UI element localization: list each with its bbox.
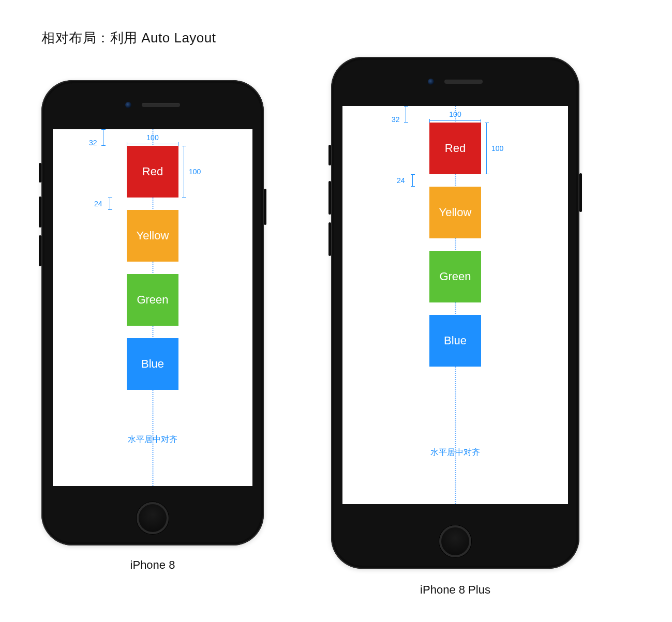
anno-top-margin: 32 xyxy=(392,115,400,124)
bracket-width xyxy=(429,120,481,121)
bracket-width xyxy=(127,144,178,144)
volume-down-button xyxy=(328,222,331,256)
block-green-label: Green xyxy=(439,270,471,283)
volume-down-button xyxy=(39,235,41,266)
anno-gap: 24 xyxy=(397,176,405,185)
bracket-gap xyxy=(110,198,110,210)
center-align-label: 水平居中对齐 xyxy=(128,434,177,445)
anno-gap: 24 xyxy=(94,200,102,208)
earpiece-speaker xyxy=(444,80,483,84)
bracket-height xyxy=(184,146,184,198)
block-blue: Blue xyxy=(429,315,481,367)
block-red-label: Red xyxy=(445,142,466,155)
block-red: Red xyxy=(127,146,178,198)
device-iphone8: 32 100 Red Yellow Green Blue 100 24 水平居中… xyxy=(41,80,264,545)
page-title: 相对布局：利用 Auto Layout xyxy=(41,29,216,47)
screen-iphone8plus: 32 100 Red Yellow Green Blue 100 24 水平居中… xyxy=(342,106,568,504)
home-button[interactable] xyxy=(137,502,169,534)
front-camera-icon xyxy=(428,79,434,85)
block-yellow: Yellow xyxy=(127,210,178,262)
anno-width: 100 xyxy=(146,133,158,142)
home-button[interactable] xyxy=(439,525,471,557)
volume-up-button xyxy=(328,181,331,215)
block-green: Green xyxy=(429,251,481,302)
bracket-gap xyxy=(412,174,413,187)
block-yellow-label: Yellow xyxy=(137,229,169,242)
power-button xyxy=(264,189,266,225)
mute-switch xyxy=(328,145,331,165)
volume-up-button xyxy=(39,196,41,227)
block-red: Red xyxy=(429,123,481,174)
block-red-label: Red xyxy=(142,165,163,178)
anno-width: 100 xyxy=(449,110,461,118)
device-iphone8plus: 32 100 Red Yellow Green Blue 100 24 水平居中… xyxy=(331,57,579,569)
block-green: Green xyxy=(127,274,178,326)
bracket-height xyxy=(486,123,487,174)
block-blue: Blue xyxy=(127,338,178,390)
block-blue-label: Blue xyxy=(444,334,467,347)
earpiece-speaker xyxy=(142,103,180,107)
block-yellow-label: Yellow xyxy=(439,206,472,219)
block-green-label: Green xyxy=(137,293,168,307)
anno-top-margin: 32 xyxy=(89,139,97,147)
device-label-iphone8plus: iPhone 8 Plus xyxy=(420,583,490,597)
screen-iphone8: 32 100 Red Yellow Green Blue 100 24 水平居中… xyxy=(53,129,252,486)
front-camera-icon xyxy=(125,102,131,108)
bracket-top-margin xyxy=(406,106,406,123)
anno-height: 100 xyxy=(491,144,503,153)
center-align-label: 水平居中对齐 xyxy=(430,447,480,458)
block-blue-label: Blue xyxy=(141,357,164,371)
mute-switch xyxy=(39,163,41,183)
power-button xyxy=(579,173,582,212)
bracket-top-margin xyxy=(103,129,103,146)
anno-height: 100 xyxy=(189,168,201,176)
device-label-iphone8: iPhone 8 xyxy=(130,558,175,572)
block-yellow: Yellow xyxy=(429,187,481,238)
